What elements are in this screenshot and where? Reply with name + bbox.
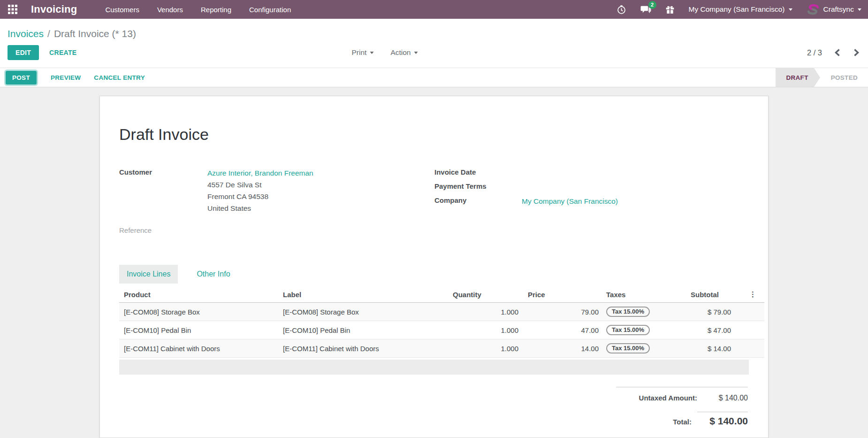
preview-button[interactable]: PREVIEW	[44, 71, 87, 85]
record-pager: 2 / 3	[807, 48, 860, 57]
column-header-quantity[interactable]: Quantity	[448, 286, 523, 303]
optional-columns-toggle[interactable]: ⋮	[747, 286, 764, 303]
table-row[interactable]: [E-COM08] Storage Box [E-COM08] Storage …	[119, 303, 764, 321]
pager-counter: 2 / 3	[807, 48, 822, 57]
cancel-entry-button[interactable]: CANCEL ENTRY	[87, 71, 152, 85]
table-row[interactable]: [E-COM10] Pedal Bin [E-COM10] Pedal Bin …	[119, 321, 764, 339]
cell-quantity: 1.000	[448, 321, 523, 339]
clock-icon	[617, 5, 626, 15]
cell-label: [E-COM08] Storage Box	[278, 303, 448, 321]
cell-product: [E-COM08] Storage Box	[119, 303, 278, 321]
company-switcher-label: My Company (San Francisco)	[689, 5, 785, 14]
cell-subtotal: $ 14.00	[686, 339, 747, 358]
total-label: Total:	[673, 418, 692, 426]
post-button[interactable]: POST	[6, 71, 37, 85]
company-link[interactable]: My Company (San Francisco)	[522, 197, 618, 205]
top-bar: Invoicing Customers Vendors Reporting Co…	[0, 0, 868, 19]
notebook-tabs: Invoice Lines Other Info	[119, 265, 749, 284]
gift-icon	[665, 5, 675, 15]
invoice-date-field-label: Invoice Date	[434, 167, 522, 176]
action-menu-button[interactable]: Action	[390, 48, 418, 57]
rewards-button[interactable]	[665, 5, 675, 15]
untaxed-amount-label: Untaxed Amount:	[639, 394, 697, 402]
document-title: Draft Invoice	[119, 125, 749, 144]
chevron-right-icon	[853, 49, 860, 56]
user-menu[interactable]: Craftsync	[807, 3, 861, 16]
pager-next-button[interactable]	[853, 48, 860, 57]
customer-address-line: United States	[207, 202, 313, 214]
tab-other-info[interactable]: Other Info	[189, 265, 237, 284]
invoice-sheet: Draft Invoice Customer Azure Interior, B…	[99, 96, 769, 438]
messages-button[interactable]: 2	[640, 5, 651, 15]
main-menu: Customers Vendors Reporting Configuratio…	[105, 4, 291, 15]
state-draft[interactable]: DRAFT	[776, 68, 814, 87]
cell-subtotal: $ 79.00	[686, 303, 747, 321]
menu-vendors[interactable]: Vendors	[157, 4, 183, 15]
totals-block: Untaxed Amount: $ 140.00 Total: $ 140.00	[616, 387, 748, 427]
field-group: Customer Azure Interior, Brandon Freeman…	[119, 167, 749, 239]
column-header-taxes[interactable]: Taxes	[603, 286, 686, 303]
state-posted[interactable]: POSTED	[821, 68, 868, 87]
tax-badge: Tax 15.00%	[606, 343, 650, 353]
customer-address-line: 4557 De Silva St	[207, 179, 313, 191]
breadcrumb-invoices-link[interactable]: Invoices	[8, 28, 44, 39]
status-bar: POST PREVIEW CANCEL ENTRY DRAFT POSTED	[0, 68, 868, 87]
app-title[interactable]: Invoicing	[31, 3, 77, 15]
chevron-down-icon	[370, 52, 373, 54]
cell-label: [E-COM10] Pedal Bin	[278, 321, 448, 339]
menu-customers[interactable]: Customers	[105, 4, 139, 15]
column-header-product[interactable]: Product	[119, 286, 278, 303]
table-row[interactable]: [E-COM11] Cabinet with Doors [E-COM11] C…	[119, 339, 764, 358]
apps-grid-icon	[8, 4, 18, 15]
cell-product: [E-COM11] Cabinet with Doors	[119, 339, 278, 358]
customer-field-value: Azure Interior, Brandon Freeman 4557 De …	[207, 167, 313, 214]
create-button[interactable]: CREATE	[45, 45, 81, 60]
table-header-row: Product Label Quantity Price Taxes Subto…	[119, 286, 764, 303]
pager-previous-button[interactable]	[833, 48, 841, 57]
tab-invoice-lines[interactable]: Invoice Lines	[119, 265, 178, 284]
column-header-subtotal[interactable]: Subtotal	[686, 286, 747, 303]
dots-vertical-icon: ⋮	[749, 290, 756, 298]
breadcrumb: Invoices/Draft Invoice (* 13)	[0, 19, 868, 42]
empty-line-row	[119, 360, 749, 375]
tax-badge: Tax 15.00%	[606, 307, 650, 317]
action-menus: Print Action	[352, 48, 418, 57]
column-header-label[interactable]: Label	[278, 286, 448, 303]
action-menu-label: Action	[390, 48, 411, 57]
menu-configuration[interactable]: Configuration	[249, 4, 291, 15]
customer-link[interactable]: Azure Interior, Brandon Freeman	[207, 167, 313, 179]
customer-address-line: Fremont CA 94538	[207, 191, 313, 202]
company-switcher[interactable]: My Company (San Francisco)	[689, 5, 792, 14]
activities-button[interactable]	[617, 5, 626, 15]
cell-price: 47.00	[523, 321, 603, 339]
cell-quantity: 1.000	[448, 303, 523, 321]
chevron-left-icon	[834, 49, 840, 56]
reference-field-label: Reference	[119, 225, 207, 234]
topbar-systray: 2 My Company (San Francisco) Craftsync	[617, 3, 861, 16]
tax-badge: Tax 15.00%	[606, 325, 650, 335]
invoice-lines-table: Product Label Quantity Price Taxes Subto…	[119, 286, 764, 358]
apps-menu-button[interactable]	[7, 3, 19, 15]
cell-label: [E-COM11] Cabinet with Doors	[278, 339, 448, 358]
cell-subtotal: $ 47.00	[686, 321, 747, 339]
control-panel: EDIT CREATE Print Action 2 / 3	[0, 42, 868, 68]
untaxed-amount-value: $ 140.00	[697, 394, 748, 402]
total-value: $ 140.00	[697, 412, 748, 427]
print-menu-label: Print	[352, 48, 367, 57]
menu-reporting[interactable]: Reporting	[201, 4, 231, 15]
state-pipeline: DRAFT POSTED	[776, 68, 868, 87]
cell-price: 79.00	[523, 303, 603, 321]
breadcrumb-current: Draft Invoice (* 13)	[54, 28, 136, 39]
messages-count-badge: 2	[648, 1, 656, 9]
user-avatar	[807, 3, 820, 16]
form-view-background: Draft Invoice Customer Azure Interior, B…	[0, 87, 868, 438]
chevron-down-icon	[858, 8, 861, 11]
breadcrumb-separator: /	[47, 28, 50, 39]
print-menu-button[interactable]: Print	[352, 48, 374, 57]
column-header-price[interactable]: Price	[523, 286, 603, 303]
chevron-down-icon	[789, 8, 792, 11]
edit-button[interactable]: EDIT	[8, 45, 39, 60]
cell-quantity: 1.000	[448, 339, 523, 358]
cell-price: 14.00	[523, 339, 603, 358]
company-field-label: Company	[434, 195, 522, 204]
